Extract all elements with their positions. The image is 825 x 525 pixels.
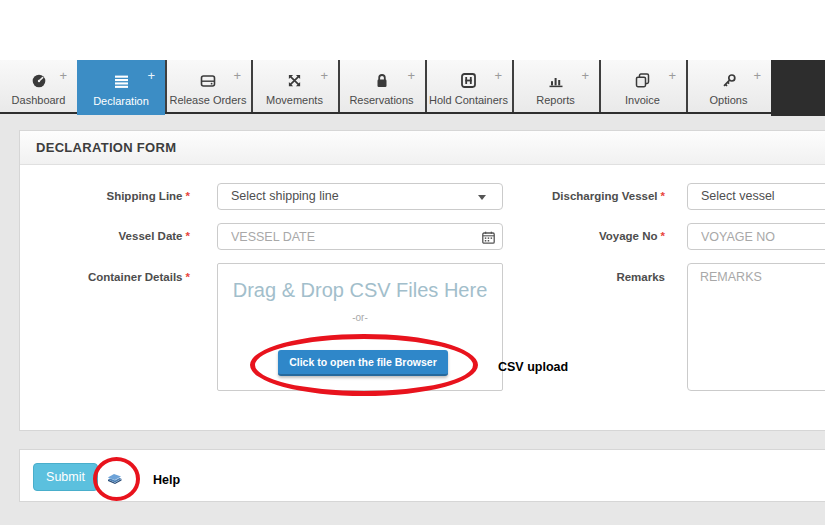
lock-icon <box>375 73 389 89</box>
tab-divider <box>425 60 427 112</box>
tabbar-dark-corner <box>771 60 825 116</box>
required-asterisk: * <box>186 230 190 242</box>
tab-add-icon[interactable]: + <box>147 68 155 83</box>
tab-label: Options <box>710 94 748 106</box>
tab-add-icon[interactable]: + <box>668 68 676 83</box>
move-arrows-icon <box>287 73 302 89</box>
declaration-list-icon <box>113 74 130 90</box>
required-asterisk: * <box>661 230 665 242</box>
discharging-vessel-select-value: Select vessel <box>701 189 775 203</box>
tab-divider <box>512 60 514 112</box>
annotation-circle-csv-upload <box>250 334 478 396</box>
hold-h-square-icon <box>461 73 476 89</box>
tab-dashboard[interactable]: + Dashboard <box>0 60 77 112</box>
tab-label: Reservations <box>349 94 413 106</box>
shipping-line-label: Shipping Line* <box>30 183 190 210</box>
tab-add-icon[interactable]: + <box>581 68 589 83</box>
bar-chart-icon <box>548 73 564 89</box>
tab-label: Invoice <box>625 94 660 106</box>
tab-label: Movements <box>266 94 323 106</box>
annotation-csv-upload-text: CSV upload <box>498 360 568 374</box>
tab-reservations[interactable]: + Reservations <box>338 60 425 112</box>
annotation-circle-help <box>93 457 140 501</box>
declaration-page: + Dashboard + Declaration + Release Orde… <box>0 0 825 525</box>
tab-divider <box>686 60 688 112</box>
container-details-label: Container Details* <box>30 271 190 283</box>
tab-divider <box>251 60 253 112</box>
copy-pages-icon <box>635 73 650 89</box>
dropzone-or-text: -or- <box>218 312 502 323</box>
submit-button[interactable]: Submit <box>33 463 98 491</box>
shipping-line-select-value: Select shipping line <box>231 189 339 203</box>
hdd-drive-icon <box>200 73 216 89</box>
form-footer-panel <box>19 449 825 502</box>
dashboard-gauge-icon <box>31 73 47 89</box>
tab-options[interactable]: + Options <box>686 60 771 112</box>
tab-release-orders[interactable]: + Release Orders <box>165 60 251 112</box>
shipping-line-select[interactable]: Select shipping line <box>217 183 503 210</box>
tab-label: Reports <box>536 94 575 106</box>
vessel-date-label: Vessel Date* <box>30 223 190 250</box>
tab-label: Release Orders <box>169 94 246 106</box>
discharging-vessel-label: Discharging Vessel* <box>505 183 665 210</box>
tab-declaration[interactable]: + Declaration <box>77 60 165 115</box>
tab-add-icon[interactable]: + <box>320 68 328 83</box>
tab-label: Dashboard <box>12 94 66 106</box>
remarks-textarea[interactable] <box>687 263 825 391</box>
tab-divider <box>338 60 340 112</box>
required-asterisk: * <box>661 190 665 202</box>
remarks-label: Remarks <box>505 271 665 283</box>
tab-movements[interactable]: + Movements <box>251 60 338 112</box>
tab-reports[interactable]: + Reports <box>512 60 599 112</box>
voyage-no-input[interactable] <box>687 223 825 250</box>
discharging-vessel-select[interactable]: Select vessel <box>687 183 825 210</box>
tab-divider <box>599 60 601 112</box>
tab-hold-containers[interactable]: + Hold Containers <box>425 60 512 112</box>
tab-label: Declaration <box>93 95 149 107</box>
tab-invoice[interactable]: + Invoice <box>599 60 686 112</box>
tab-add-icon[interactable]: + <box>407 68 415 83</box>
tab-add-icon[interactable]: + <box>494 68 502 83</box>
required-asterisk: * <box>186 190 190 202</box>
chevron-down-icon <box>478 195 486 200</box>
annotation-help-text: Help <box>153 473 180 487</box>
voyage-no-label: Voyage No* <box>505 223 665 250</box>
tab-divider <box>165 60 167 112</box>
key-icon <box>721 73 737 89</box>
main-navigation-tabbar: + Dashboard + Declaration + Release Orde… <box>0 60 825 114</box>
tab-add-icon[interactable]: + <box>59 68 67 83</box>
vessel-date-input[interactable] <box>217 223 503 250</box>
panel-title: DECLARATION FORM <box>20 131 825 165</box>
required-asterisk: * <box>186 271 190 283</box>
tab-add-icon[interactable]: + <box>753 68 761 83</box>
dropzone-headline: Drag & Drop CSV Files Here <box>218 279 502 302</box>
tab-add-icon[interactable]: + <box>233 68 241 83</box>
tab-label: Hold Containers <box>429 94 508 106</box>
